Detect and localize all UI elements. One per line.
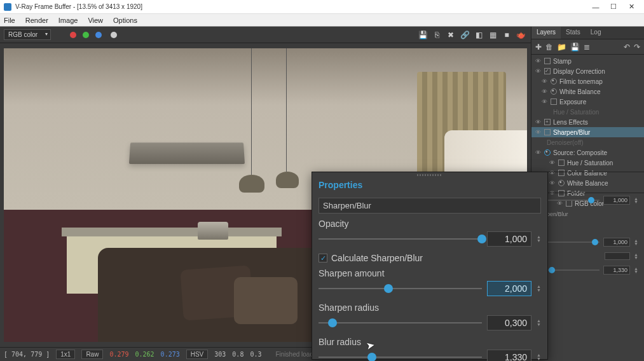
blur-radius-value[interactable]: 1,330: [487, 350, 531, 361]
layer-hue-sat-2[interactable]: 👁Hue / Saturation: [531, 158, 644, 168]
layer-hue-sat[interactable]: Hue / Saturation: [531, 107, 644, 117]
layer-white-balance[interactable]: 👁White Balance: [531, 86, 644, 97]
menu-image[interactable]: Image: [58, 17, 78, 24]
stop-icon[interactable]: ■: [500, 29, 513, 41]
menu-view[interactable]: View: [88, 17, 103, 24]
green-channel-icon[interactable]: [83, 32, 89, 38]
maximize-button[interactable]: ☐: [605, 1, 622, 13]
blur-radius-spinner[interactable]: ▲▼: [537, 353, 541, 361]
cursor-coords: [ 704, 779 ]: [4, 351, 50, 358]
properties-panel[interactable]: Properties Sharpen/Blur Opacity 1,000 ▲▼…: [312, 172, 548, 360]
layer-stamp[interactable]: 👁Stamp: [531, 56, 644, 66]
copy-icon[interactable]: ⎘: [430, 29, 443, 41]
undo-icon[interactable]: ↶: [624, 43, 630, 51]
tab-stats[interactable]: Stats: [561, 27, 586, 39]
layer-source-composite[interactable]: 👁Source: Composite: [531, 147, 644, 158]
raw-g: 0.262: [135, 351, 154, 358]
list-icon[interactable]: ≣: [584, 43, 590, 51]
redo-icon[interactable]: ↷: [634, 43, 640, 51]
raw-pill[interactable]: Raw: [81, 350, 103, 359]
opacity-slider[interactable]: [319, 238, 482, 240]
menu-render[interactable]: Render: [25, 17, 48, 24]
sharpen-amount-label: Sharpen amount: [319, 268, 541, 278]
titlebar: V-Ray Frame Buffer - [13.5% of 3413 x 19…: [0, 0, 644, 14]
menubar: File Render Image View Options: [0, 14, 644, 27]
tab-layers[interactable]: Layers: [531, 27, 561, 39]
sharpen-amount-slider[interactable]: [319, 288, 482, 289]
channel-dropdown[interactable]: RGB color: [4, 29, 51, 40]
app-logo-icon: [4, 3, 11, 11]
window-title: V-Ray Frame Buffer - [13.5% of 3413 x 19…: [15, 3, 142, 10]
blur-radius-label: Blur radius: [319, 337, 541, 347]
layer-lens-effects[interactable]: 👁Lens Effects: [531, 117, 644, 127]
opacity-value[interactable]: 1,000: [487, 231, 531, 247]
opacity-label: Opacity: [319, 219, 541, 229]
menu-options[interactable]: Options: [113, 17, 137, 24]
sharpen-radius-label: Sharpen radius: [319, 303, 541, 313]
panel-drag-handle[interactable]: [312, 172, 547, 177]
folder-icon[interactable]: 📁: [557, 43, 566, 51]
hsv-h: 303: [214, 351, 226, 358]
red-channel-icon[interactable]: [70, 32, 76, 38]
save-icon[interactable]: 💾: [416, 29, 429, 41]
render-icon[interactable]: 🫖: [514, 29, 527, 41]
layer-filmic[interactable]: 👁Filmic tonemap: [531, 76, 644, 86]
sharpen-radius-spinner[interactable]: ▲▼: [537, 319, 541, 327]
raw-b: 0.273: [161, 351, 180, 358]
region-icon[interactable]: ▦: [486, 29, 499, 41]
hsv-v: 0.3: [250, 351, 261, 358]
sharpen-radius-slider[interactable]: [319, 322, 482, 324]
layer-name-input[interactable]: Sharpen/Blur: [319, 198, 541, 214]
close-button[interactable]: ✕: [622, 1, 640, 13]
hsv-s: 0.8: [232, 351, 243, 358]
delete-layer-icon[interactable]: 🗑: [545, 43, 553, 51]
layer-denoiser[interactable]: Denoiser(off): [531, 137, 644, 147]
blur-radius-slider[interactable]: [319, 357, 482, 358]
mono-channel-icon[interactable]: [111, 32, 117, 38]
zoom-pill[interactable]: 1x1: [56, 350, 75, 359]
layer-exposure[interactable]: 👁Exposure: [531, 97, 644, 107]
menu-file[interactable]: File: [4, 17, 15, 24]
mode-pill[interactable]: HSV: [186, 350, 209, 359]
sharpen-radius-value[interactable]: 0,300: [487, 315, 531, 330]
sharpen-amount-value[interactable]: 2,000: [487, 281, 531, 296]
ab-compare-icon[interactable]: ◧: [472, 29, 485, 41]
sharpen-amount-spinner[interactable]: ▲▼: [537, 285, 541, 292]
raw-r: 0.279: [109, 351, 128, 358]
opacity-spinner[interactable]: ▲▼: [537, 235, 541, 243]
calculate-checkbox[interactable]: ✓: [319, 254, 327, 262]
minimize-button[interactable]: —: [587, 1, 605, 13]
blue-channel-icon[interactable]: [95, 32, 102, 38]
clear-icon[interactable]: ✖: [444, 29, 457, 41]
layer-display-correction[interactable]: 👁Display Correction: [531, 66, 644, 76]
layer-sharpen-blur[interactable]: 👁Sharpen/Blur: [531, 127, 644, 137]
link-icon[interactable]: 🔗: [458, 29, 471, 41]
save-preset-icon[interactable]: 💾: [570, 43, 580, 51]
tab-log[interactable]: Log: [586, 27, 606, 39]
calculate-label: Calculate Sharpen/Blur: [331, 253, 423, 263]
add-layer-icon[interactable]: ✚: [535, 43, 542, 51]
main-toolbar: RGB color 💾 ⎘ ✖ 🔗 ◧ ▦ ■ 🫖: [0, 27, 531, 43]
properties-title: Properties: [312, 177, 547, 195]
